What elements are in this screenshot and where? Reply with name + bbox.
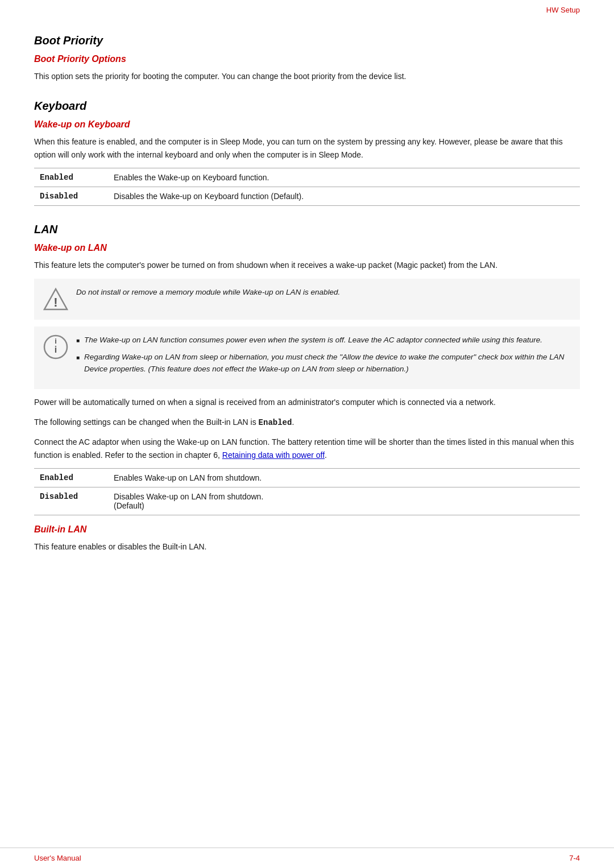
lan-enabled-key: Enabled — [34, 468, 108, 487]
body3-post: . — [292, 418, 294, 427]
keyboard-enabled-value: Enables the Wake-up on Keyboard function… — [108, 168, 580, 187]
section-lan: LAN Wake-up on LAN This feature lets the… — [34, 223, 580, 553]
keyboard-enabled-key: Enabled — [34, 168, 108, 187]
info-item-1: The Wake-up on LAN function consumes pow… — [84, 334, 542, 346]
retaining-data-link[interactable]: Retaining data with power off — [222, 450, 325, 460]
wake-up-lan-body3: The following settings can be changed wh… — [34, 416, 580, 429]
lan-disabled-key: Disabled — [34, 487, 108, 515]
keyboard-options-table: Enabled Enables the Wake-up on Keyboard … — [34, 168, 580, 206]
table-row: Disabled Disables Wake-up on LAN from sh… — [34, 487, 580, 515]
list-item: The Wake-up on LAN function consumes pow… — [76, 334, 571, 346]
keyboard-disabled-key: Disabled — [34, 187, 108, 206]
subsection-wake-up-lan: Wake-up on LAN This feature lets the com… — [34, 243, 580, 515]
section-boot-priority: Boot Priority Boot Priority Options This… — [34, 34, 580, 82]
table-row: Disabled Disables the Wake-up on Keyboar… — [34, 187, 580, 206]
body3-bold: Enabled — [259, 418, 292, 427]
built-in-lan-sub-title: Built-in LAN — [34, 524, 580, 535]
info-box: i i The Wake-up on LAN function consumes… — [34, 326, 580, 390]
wake-up-lan-sub-title: Wake-up on LAN — [34, 243, 580, 253]
keyboard-main-title: Keyboard — [34, 100, 580, 113]
wake-up-keyboard-body: When this feature is enabled, and the co… — [34, 135, 580, 161]
info-list: The Wake-up on LAN function consumes pow… — [76, 334, 571, 382]
wake-up-lan-body1: This feature lets the computer's power b… — [34, 259, 580, 271]
svg-text:i: i — [55, 337, 57, 345]
lan-main-title: LAN — [34, 223, 580, 236]
footer-left: User's Manual — [34, 854, 81, 862]
info-item-2: Regarding Wake-up on LAN from sleep or h… — [84, 352, 571, 375]
list-item: Regarding Wake-up on LAN from sleep or h… — [76, 352, 571, 375]
header-bar: HW Setup — [546, 6, 580, 14]
body4-end: . — [325, 450, 327, 460]
table-row: Enabled Enables the Wake-up on Keyboard … — [34, 168, 580, 187]
lan-disabled-value: Disables Wake-up on LAN from shutdown.(D… — [108, 487, 580, 515]
section-keyboard: Keyboard Wake-up on Keyboard When this f… — [34, 100, 580, 206]
footer-bar: User's Manual 7-4 — [0, 848, 614, 868]
lan-enabled-value: Enables Wake-up on LAN from shutdown. — [108, 468, 580, 487]
svg-text:i: i — [55, 345, 57, 354]
subsection-built-in-lan: Built-in LAN This feature enables or dis… — [34, 524, 580, 553]
table-row: Enabled Enables Wake-up on LAN from shut… — [34, 468, 580, 487]
wake-up-lan-body2: Power will be automatically turned on wh… — [34, 396, 580, 408]
footer-right: 7-4 — [569, 854, 580, 862]
keyboard-disabled-value: Disables the Wake-up on Keyboard functio… — [108, 187, 580, 206]
warning-box: ! Do not install or remove a memory modu… — [34, 279, 580, 320]
page-container: HW Setup Boot Priority Boot Priority Opt… — [0, 0, 614, 594]
header-label: HW Setup — [546, 6, 580, 14]
svg-text:!: ! — [53, 295, 57, 309]
lan-options-table: Enabled Enables Wake-up on LAN from shut… — [34, 468, 580, 515]
warning-icon: ! — [43, 287, 68, 312]
boot-priority-sub-title: Boot Priority Options — [34, 54, 580, 64]
built-in-lan-body: This feature enables or disables the Bui… — [34, 540, 580, 553]
wake-up-keyboard-sub-title: Wake-up on Keyboard — [34, 119, 580, 130]
body3-pre: The following settings can be changed wh… — [34, 418, 259, 427]
boot-priority-body: This option sets the priority for bootin… — [34, 70, 580, 82]
info-icon: i i — [43, 334, 68, 359]
warning-text: Do not install or remove a memory module… — [76, 287, 340, 299]
boot-priority-main-title: Boot Priority — [34, 34, 580, 47]
wake-up-lan-body4: Connect the AC adaptor when using the Wa… — [34, 436, 580, 461]
